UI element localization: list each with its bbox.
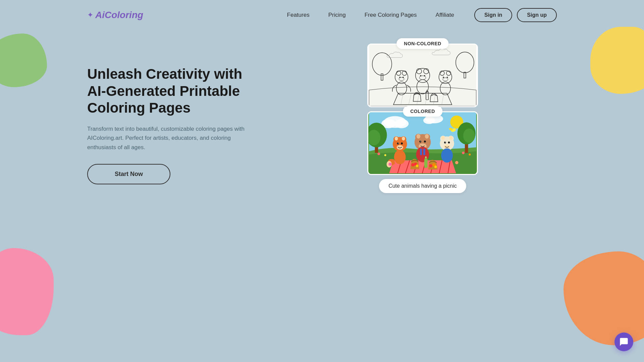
svg-point-67: [398, 143, 398, 143]
colored-svg: [368, 112, 477, 174]
svg-point-76: [419, 140, 421, 142]
svg-rect-98: [424, 159, 428, 168]
hero-title: Unleash Creativity with AI-Generated Pri…: [87, 66, 248, 116]
svg-point-102: [388, 163, 392, 166]
svg-point-42: [377, 153, 380, 155]
colored-badge: COLORED: [403, 106, 442, 117]
svg-rect-81: [423, 148, 425, 155]
noncolored-svg: [368, 45, 477, 106]
noncolored-image: [367, 44, 478, 107]
svg-point-87: [449, 136, 452, 140]
svg-point-16: [399, 77, 400, 78]
hero-content: Unleash Creativity with AI-Generated Pri…: [87, 66, 248, 184]
colored-image: [367, 111, 478, 175]
svg-point-78: [420, 141, 421, 141]
chat-icon: [619, 337, 629, 347]
svg-point-74: [417, 134, 421, 139]
svg-point-65: [397, 142, 399, 144]
svg-point-31: [447, 77, 448, 78]
nav-pricing[interactable]: Pricing: [328, 12, 346, 18]
image-caption: Cute animals having a picnic: [379, 179, 466, 193]
svg-point-44: [462, 152, 465, 154]
decorative-blob-orange: [564, 251, 644, 345]
svg-point-45: [469, 154, 471, 156]
svg-point-24: [424, 75, 425, 76]
hero-section: Unleash Creativity with AI-Generated Pri…: [0, 57, 644, 193]
logo-star-icon: ✦: [87, 11, 93, 19]
svg-point-101: [455, 161, 459, 164]
svg-point-23: [420, 75, 421, 76]
svg-point-64: [402, 137, 405, 141]
decorative-blob-pink: [0, 248, 54, 335]
svg-point-68: [394, 150, 406, 164]
colored-section: COLORED: [367, 111, 478, 175]
svg-rect-100: [425, 157, 427, 158]
svg-point-63: [395, 137, 398, 141]
svg-point-95: [429, 164, 432, 168]
svg-point-88: [444, 141, 446, 143]
nav-affiliate[interactable]: Affiliate: [436, 12, 454, 18]
svg-point-39: [394, 119, 409, 128]
navbar: ✦ AiColoring Features Pricing Free Color…: [0, 0, 644, 30]
svg-point-30: [443, 77, 444, 78]
signup-button[interactable]: Sign up: [517, 8, 557, 22]
svg-point-43: [384, 154, 386, 156]
svg-point-85: [444, 144, 450, 149]
svg-point-90: [445, 142, 446, 142]
noncolored-section: NON-COLORED: [367, 44, 478, 107]
nav-actions: Sign in Sign up: [474, 8, 557, 22]
svg-point-66: [401, 142, 403, 144]
svg-point-97: [434, 166, 437, 168]
svg-rect-1: [369, 45, 476, 106]
svg-point-17: [402, 77, 404, 78]
svg-point-86: [441, 136, 445, 140]
nav-free-coloring[interactable]: Free Coloring Pages: [365, 12, 417, 18]
svg-point-91: [441, 148, 453, 163]
svg-point-89: [448, 141, 450, 143]
svg-rect-80: [420, 148, 422, 155]
svg-point-62: [397, 145, 403, 150]
svg-point-41: [423, 117, 435, 124]
noncolored-badge: NON-COLORED: [396, 38, 448, 49]
nav-links: Features Pricing Free Coloring Pages Aff…: [287, 12, 454, 18]
svg-point-77: [424, 140, 426, 142]
chat-button[interactable]: [614, 333, 633, 351]
svg-point-94: [416, 165, 419, 167]
logo-text: AiColoring: [95, 10, 143, 20]
svg-point-75: [425, 134, 429, 139]
nav-features[interactable]: Features: [287, 12, 310, 18]
logo-link[interactable]: ✦ AiColoring: [87, 10, 143, 20]
start-now-button[interactable]: Start Now: [87, 164, 170, 184]
hero-images: NON-COLORED: [288, 44, 557, 193]
hero-subtitle: Transform text into beautiful, customiza…: [87, 124, 248, 152]
svg-point-51: [463, 128, 475, 143]
signin-button[interactable]: Sign in: [474, 8, 512, 22]
